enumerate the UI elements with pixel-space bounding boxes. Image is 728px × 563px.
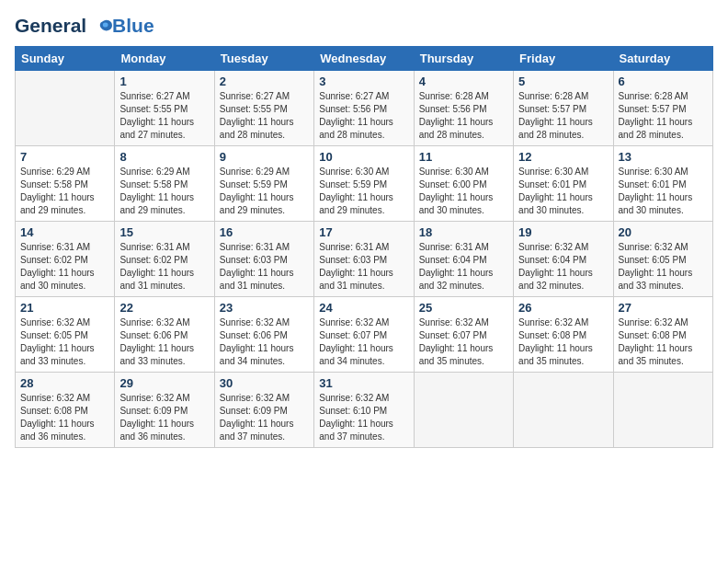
calendar-cell: 12Sunrise: 6:30 AM Sunset: 6:01 PM Dayli… — [514, 146, 613, 222]
calendar-cell — [514, 373, 613, 448]
calendar-cell: 28Sunrise: 6:32 AM Sunset: 6:08 PM Dayli… — [16, 373, 115, 448]
day-info: Sunrise: 6:27 AM Sunset: 5:56 PM Dayligh… — [319, 90, 408, 142]
day-number: 28 — [20, 376, 109, 390]
day-number: 9 — [220, 150, 309, 164]
day-number: 16 — [220, 225, 309, 239]
calendar-cell: 22Sunrise: 6:32 AM Sunset: 6:06 PM Dayli… — [115, 297, 214, 373]
day-number: 18 — [419, 225, 508, 239]
day-number: 5 — [518, 75, 608, 88]
day-number: 10 — [319, 150, 408, 164]
weekday-header-wednesday: Wednesday — [314, 47, 414, 71]
day-info: Sunrise: 6:31 AM Sunset: 6:03 PM Dayligh… — [319, 241, 408, 293]
logo-bird-icon — [94, 17, 114, 37]
week-row-4: 21Sunrise: 6:32 AM Sunset: 6:05 PM Dayli… — [16, 297, 713, 373]
day-info: Sunrise: 6:28 AM Sunset: 5:57 PM Dayligh… — [619, 90, 708, 142]
day-info: Sunrise: 6:28 AM Sunset: 5:57 PM Dayligh… — [518, 90, 608, 142]
header: General Blue — [15, 15, 713, 37]
calendar-cell: 11Sunrise: 6:30 AM Sunset: 6:00 PM Dayli… — [414, 146, 513, 222]
day-info: Sunrise: 6:27 AM Sunset: 5:55 PM Dayligh… — [119, 90, 209, 142]
weekday-header-saturday: Saturday — [613, 47, 712, 71]
calendar-cell — [16, 71, 115, 146]
day-number: 19 — [518, 225, 608, 239]
day-info: Sunrise: 6:32 AM Sunset: 6:05 PM Dayligh… — [20, 316, 109, 368]
page-container: General Blue SundayMondayTuesdayWednesda… — [0, 0, 728, 455]
calendar-cell: 3Sunrise: 6:27 AM Sunset: 5:56 PM Daylig… — [314, 71, 414, 146]
calendar-cell: 25Sunrise: 6:32 AM Sunset: 6:07 PM Dayli… — [414, 297, 513, 373]
logo: General Blue — [15, 15, 154, 37]
weekday-header-monday: Monday — [115, 47, 214, 71]
calendar-cell — [414, 373, 513, 448]
calendar-cell: 6Sunrise: 6:28 AM Sunset: 5:57 PM Daylig… — [613, 71, 712, 146]
day-info: Sunrise: 6:30 AM Sunset: 6:01 PM Dayligh… — [619, 166, 708, 217]
calendar-cell: 24Sunrise: 6:32 AM Sunset: 6:07 PM Dayli… — [314, 297, 414, 373]
day-info: Sunrise: 6:31 AM Sunset: 6:02 PM Dayligh… — [20, 241, 109, 293]
calendar-cell: 19Sunrise: 6:32 AM Sunset: 6:04 PM Dayli… — [514, 222, 613, 297]
day-info: Sunrise: 6:30 AM Sunset: 6:00 PM Dayligh… — [419, 166, 508, 217]
day-number: 30 — [220, 376, 309, 390]
day-info: Sunrise: 6:32 AM Sunset: 6:07 PM Dayligh… — [319, 316, 408, 368]
week-row-3: 14Sunrise: 6:31 AM Sunset: 6:02 PM Dayli… — [16, 222, 713, 297]
day-info: Sunrise: 6:32 AM Sunset: 6:08 PM Dayligh… — [518, 316, 608, 368]
day-info: Sunrise: 6:30 AM Sunset: 5:59 PM Dayligh… — [319, 166, 408, 217]
calendar-cell: 7Sunrise: 6:29 AM Sunset: 5:58 PM Daylig… — [16, 146, 115, 222]
calendar-cell: 27Sunrise: 6:32 AM Sunset: 6:08 PM Dayli… — [613, 297, 712, 373]
calendar-cell: 9Sunrise: 6:29 AM Sunset: 5:59 PM Daylig… — [214, 146, 313, 222]
calendar-cell: 2Sunrise: 6:27 AM Sunset: 5:55 PM Daylig… — [214, 71, 313, 146]
day-info: Sunrise: 6:32 AM Sunset: 6:04 PM Dayligh… — [518, 241, 608, 293]
day-number: 2 — [220, 75, 309, 88]
day-number: 7 — [20, 150, 109, 164]
day-info: Sunrise: 6:29 AM Sunset: 5:58 PM Dayligh… — [119, 166, 209, 217]
day-number: 26 — [518, 301, 608, 315]
day-info: Sunrise: 6:31 AM Sunset: 6:03 PM Dayligh… — [220, 241, 309, 293]
calendar-cell: 8Sunrise: 6:29 AM Sunset: 5:58 PM Daylig… — [115, 146, 214, 222]
day-info: Sunrise: 6:32 AM Sunset: 6:08 PM Dayligh… — [619, 316, 708, 368]
weekday-header-tuesday: Tuesday — [214, 47, 313, 71]
week-row-2: 7Sunrise: 6:29 AM Sunset: 5:58 PM Daylig… — [16, 146, 713, 222]
calendar-cell: 23Sunrise: 6:32 AM Sunset: 6:06 PM Dayli… — [214, 297, 313, 373]
day-number: 21 — [20, 301, 109, 315]
day-info: Sunrise: 6:31 AM Sunset: 6:04 PM Dayligh… — [419, 241, 508, 293]
logo-text: General — [15, 15, 114, 37]
day-number: 1 — [119, 75, 209, 88]
day-info: Sunrise: 6:30 AM Sunset: 6:01 PM Dayligh… — [518, 166, 608, 217]
day-number: 14 — [20, 225, 109, 239]
day-info: Sunrise: 6:32 AM Sunset: 6:06 PM Dayligh… — [119, 316, 209, 368]
calendar-cell: 5Sunrise: 6:28 AM Sunset: 5:57 PM Daylig… — [514, 71, 613, 146]
day-number: 27 — [619, 301, 708, 315]
day-number: 11 — [419, 150, 508, 164]
calendar-cell: 10Sunrise: 6:30 AM Sunset: 5:59 PM Dayli… — [314, 146, 414, 222]
day-info: Sunrise: 6:29 AM Sunset: 5:58 PM Dayligh… — [20, 166, 109, 217]
day-info: Sunrise: 6:32 AM Sunset: 6:10 PM Dayligh… — [319, 392, 408, 443]
day-info: Sunrise: 6:32 AM Sunset: 6:05 PM Dayligh… — [619, 241, 708, 293]
day-number: 25 — [419, 301, 508, 315]
day-number: 23 — [220, 301, 309, 315]
day-number: 15 — [119, 225, 209, 239]
weekday-header-sunday: Sunday — [16, 47, 115, 71]
calendar-cell: 20Sunrise: 6:32 AM Sunset: 6:05 PM Dayli… — [613, 222, 712, 297]
weekday-header-row: SundayMondayTuesdayWednesdayThursdayFrid… — [16, 47, 713, 71]
calendar-table: SundayMondayTuesdayWednesdayThursdayFrid… — [15, 46, 713, 448]
day-number: 31 — [319, 376, 408, 390]
day-number: 29 — [119, 376, 209, 390]
day-number: 8 — [119, 150, 209, 164]
calendar-cell: 26Sunrise: 6:32 AM Sunset: 6:08 PM Dayli… — [514, 297, 613, 373]
calendar-cell: 4Sunrise: 6:28 AM Sunset: 5:56 PM Daylig… — [414, 71, 513, 146]
day-number: 3 — [319, 75, 408, 88]
calendar-cell: 15Sunrise: 6:31 AM Sunset: 6:02 PM Dayli… — [115, 222, 214, 297]
calendar-cell: 1Sunrise: 6:27 AM Sunset: 5:55 PM Daylig… — [115, 71, 214, 146]
day-info: Sunrise: 6:32 AM Sunset: 6:08 PM Dayligh… — [20, 392, 109, 443]
day-number: 17 — [319, 225, 408, 239]
day-number: 22 — [119, 301, 209, 315]
calendar-cell: 17Sunrise: 6:31 AM Sunset: 6:03 PM Dayli… — [314, 222, 414, 297]
day-info: Sunrise: 6:32 AM Sunset: 6:07 PM Dayligh… — [419, 316, 508, 368]
calendar-cell: 21Sunrise: 6:32 AM Sunset: 6:05 PM Dayli… — [16, 297, 115, 373]
calendar-cell: 31Sunrise: 6:32 AM Sunset: 6:10 PM Dayli… — [314, 373, 414, 448]
day-number: 24 — [319, 301, 408, 315]
calendar-cell: 30Sunrise: 6:32 AM Sunset: 6:09 PM Dayli… — [214, 373, 313, 448]
day-number: 13 — [619, 150, 708, 164]
day-info: Sunrise: 6:32 AM Sunset: 6:09 PM Dayligh… — [220, 392, 309, 443]
calendar-cell: 16Sunrise: 6:31 AM Sunset: 6:03 PM Dayli… — [214, 222, 313, 297]
week-row-5: 28Sunrise: 6:32 AM Sunset: 6:08 PM Dayli… — [16, 373, 713, 448]
calendar-cell: 13Sunrise: 6:30 AM Sunset: 6:01 PM Dayli… — [613, 146, 712, 222]
day-number: 12 — [518, 150, 608, 164]
